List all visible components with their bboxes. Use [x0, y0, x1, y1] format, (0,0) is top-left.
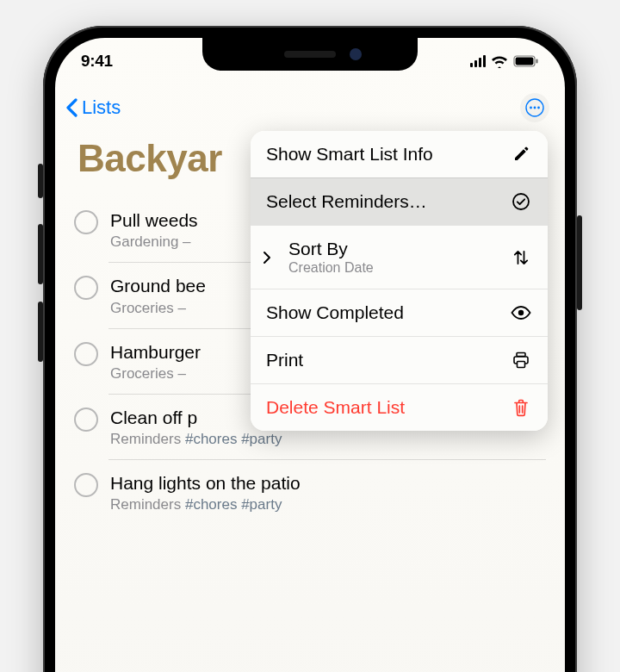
speaker-grille	[284, 51, 336, 58]
menu-label: Show Smart List Info	[266, 144, 499, 165]
menu-label: Show Completed	[266, 302, 499, 323]
context-menu: Show Smart List Info Select Reminders… S…	[251, 131, 548, 431]
screen: 9:41 Lists	[55, 38, 565, 672]
side-button-silent	[38, 164, 43, 198]
device-frame: 9:41 Lists	[43, 26, 577, 672]
svg-rect-11	[518, 362, 525, 368]
menu-label: Delete Smart List	[266, 397, 499, 418]
notch	[202, 38, 418, 71]
menu-print[interactable]: Print	[251, 336, 548, 383]
eye-icon	[510, 305, 532, 320]
menu-label-group: Sort By Creation Date	[288, 239, 499, 276]
sort-arrows-icon	[510, 248, 532, 267]
menu-show-smart-list-info[interactable]: Show Smart List Info	[251, 131, 548, 177]
side-button-vol-up	[38, 224, 43, 284]
battery-icon	[513, 55, 539, 67]
svg-rect-1	[516, 58, 534, 65]
printer-icon	[510, 351, 532, 370]
menu-label: Print	[266, 350, 499, 370]
side-button-power	[577, 215, 582, 310]
pencil-icon	[510, 146, 532, 163]
menu-label: Select Reminders…	[266, 191, 499, 212]
svg-rect-2	[536, 59, 538, 64]
wifi-icon	[491, 55, 508, 68]
svg-point-7	[513, 194, 529, 209]
front-camera	[350, 48, 362, 60]
menu-show-completed[interactable]: Show Completed	[251, 289, 548, 336]
menu-sort-by[interactable]: Sort By Creation Date	[251, 225, 548, 289]
status-icons	[470, 55, 540, 68]
checkmark-circle-icon	[510, 192, 532, 211]
side-button-vol-down	[38, 302, 43, 362]
svg-rect-9	[517, 353, 525, 357]
menu-label: Sort By	[288, 239, 499, 259]
menu-select-reminders[interactable]: Select Reminders…	[251, 177, 548, 225]
status-time: 9:41	[81, 52, 113, 71]
chevron-right-icon	[259, 251, 275, 264]
svg-point-8	[518, 310, 524, 315]
cellular-icon	[470, 55, 487, 67]
menu-delete-smart-list[interactable]: Delete Smart List	[251, 383, 548, 431]
menu-sublabel: Creation Date	[288, 260, 499, 276]
trash-icon	[510, 398, 532, 417]
